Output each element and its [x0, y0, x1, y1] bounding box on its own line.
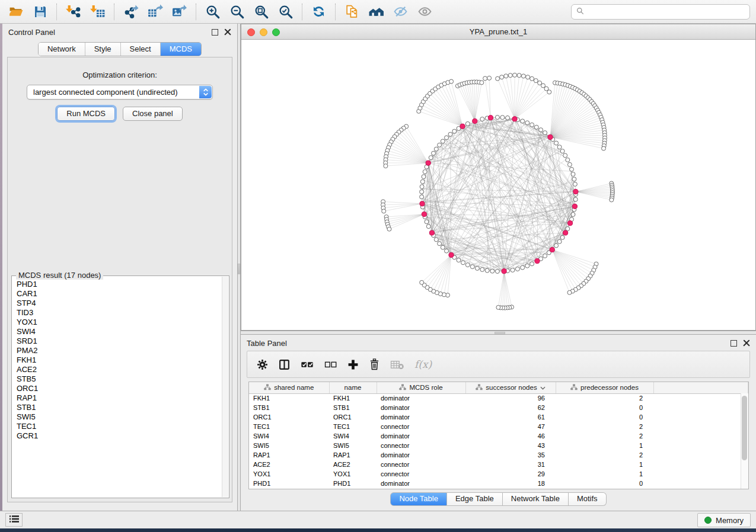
dominator-node[interactable] [548, 134, 553, 139]
table-cell[interactable]: 2 [556, 450, 653, 460]
dominator-node[interactable] [512, 117, 517, 121]
horizontal-splitter[interactable] [241, 331, 756, 335]
tab-node-table[interactable]: Node Table [390, 492, 447, 506]
close-panel-icon[interactable] [224, 28, 231, 36]
mcds-result-item[interactable]: STB5 [17, 374, 222, 384]
table-cell[interactable]: ACE2 [329, 460, 377, 469]
horizontal-splitter-grip[interactable] [495, 332, 505, 334]
mcds-result-item[interactable]: TEC1 [17, 422, 222, 431]
table-cell[interactable]: STB1 [329, 403, 377, 412]
zoom-fit-icon[interactable] [249, 1, 273, 23]
delete-row-icon[interactable] [369, 358, 379, 370]
dominator-node[interactable] [563, 230, 568, 235]
task-history-button[interactable] [5, 513, 23, 527]
dominator-node[interactable] [573, 189, 578, 194]
table-row[interactable]: ORC1ORC1dominator610 [249, 412, 748, 422]
duplicate-network-icon[interactable] [340, 1, 364, 23]
table-cell[interactable]: dominator [377, 479, 465, 488]
network-canvas[interactable] [241, 40, 755, 330]
table-cell[interactable]: 2 [556, 431, 653, 441]
dominator-node[interactable] [426, 161, 430, 165]
mcds-result-item[interactable]: STP4 [17, 299, 222, 308]
table-cell[interactable]: TEC1 [249, 422, 329, 431]
refresh-icon[interactable] [307, 1, 331, 23]
table-cell[interactable]: dominator [377, 412, 465, 422]
table-cell[interactable]: 61 [465, 412, 556, 422]
network-window-titlebar[interactable]: YPA_prune.txt_1 [241, 24, 755, 40]
table-cell[interactable]: dominator [377, 393, 465, 403]
dominator-node[interactable] [473, 118, 477, 123]
zoom-out-icon[interactable] [225, 1, 249, 23]
table-cell[interactable]: connector [377, 460, 465, 469]
tab-edge-table[interactable]: Edge Table [447, 492, 503, 506]
column-header-successor-nodes[interactable]: successor nodes [465, 382, 556, 393]
zoom-selected-icon[interactable] [273, 1, 298, 23]
dominator-node[interactable] [422, 212, 426, 217]
table-cell[interactable]: FKH1 [329, 393, 377, 403]
table-scrollbar[interactable] [741, 393, 748, 489]
minimize-window-icon[interactable] [260, 28, 267, 36]
table-cell[interactable]: 1 [556, 469, 653, 479]
table-cell[interactable]: dominator [377, 403, 465, 412]
mcds-result-item[interactable]: RAP1 [17, 393, 222, 403]
add-row-icon[interactable] [347, 359, 359, 370]
table-cell[interactable]: connector [377, 469, 465, 479]
table-cell[interactable]: 2 [556, 393, 653, 403]
table-cell[interactable]: dominator [377, 450, 465, 460]
tab-mcds[interactable]: MCDS [160, 43, 201, 56]
table-cell[interactable]: RAP1 [249, 450, 329, 460]
tab-motifs[interactable]: Motifs [569, 492, 607, 506]
criterion-dropdown[interactable]: largest connected component (undirected) [27, 85, 213, 100]
close-window-icon[interactable] [247, 28, 255, 36]
table-cell[interactable]: 1 [556, 441, 653, 450]
table-cell[interactable]: RAP1 [329, 450, 377, 460]
search-field[interactable] [571, 4, 750, 20]
deselect-all-icon[interactable] [324, 360, 337, 369]
import-table-icon[interactable] [85, 1, 110, 23]
table-row[interactable]: FKH1FKH1dominator962 [249, 393, 748, 403]
mcds-result-list[interactable]: PHD1CAR1STP4TID3YOX1SWI4SRD1PMA2FKH1ACE2… [12, 277, 222, 497]
zoom-in-icon[interactable] [200, 1, 225, 23]
dominator-node[interactable] [572, 204, 577, 209]
table-cell[interactable]: 35 [465, 450, 556, 460]
table-cell[interactable]: ORC1 [329, 412, 377, 422]
dominator-node[interactable] [449, 252, 454, 257]
table-cell[interactable]: 18 [465, 479, 556, 488]
table-cell[interactable]: YOX1 [329, 469, 377, 479]
tab-network-table[interactable]: Network Table [503, 492, 569, 506]
table-cell[interactable]: 47 [465, 422, 556, 431]
mcds-result-item[interactable]: TID3 [17, 308, 222, 318]
table-cell[interactable]: YOX1 [249, 469, 329, 479]
table-cell[interactable]: PHD1 [249, 479, 329, 488]
float-table-panel-icon[interactable] [731, 340, 737, 347]
show-all-icon[interactable] [413, 1, 437, 23]
tab-network[interactable]: Network [39, 43, 85, 56]
memory-button[interactable]: Memory [697, 513, 751, 527]
table-cell[interactable]: SWI5 [329, 441, 377, 450]
mcds-result-item[interactable]: SWI4 [17, 327, 222, 336]
maximize-window-icon[interactable] [272, 28, 280, 36]
function-builder-label[interactable]: f(x) [414, 358, 432, 370]
table-cell[interactable]: SWI4 [329, 431, 377, 441]
dominator-node[interactable] [550, 247, 554, 252]
mcds-result-item[interactable]: GCR1 [17, 431, 222, 441]
close-panel-button[interactable]: Close panel [123, 107, 183, 121]
open-file-icon[interactable] [4, 1, 28, 23]
table-cell[interactable]: 62 [465, 403, 556, 412]
export-table-icon[interactable] [143, 1, 167, 23]
table-cell[interactable]: PHD1 [329, 479, 377, 488]
table-cell[interactable]: 1 [556, 460, 653, 469]
tab-style[interactable]: Style [85, 43, 120, 56]
mcds-result-item[interactable]: ORC1 [17, 384, 222, 393]
table-cell[interactable]: 96 [465, 393, 556, 403]
table-row[interactable]: PHD1PHD1dominator180 [249, 479, 748, 488]
table-cell[interactable]: 31 [465, 460, 556, 469]
table-row[interactable]: STB1STB1dominator620 [249, 403, 748, 412]
dominator-node[interactable] [488, 116, 493, 120]
table-cell[interactable]: 2 [556, 422, 653, 431]
table-row[interactable]: ACE2ACE2connector311 [249, 460, 748, 469]
run-mcds-button[interactable]: Run MCDS [57, 107, 115, 121]
mcds-result-item[interactable]: PHD1 [17, 280, 222, 289]
table-cell[interactable]: ACE2 [249, 460, 329, 469]
dominator-node[interactable] [535, 259, 540, 264]
